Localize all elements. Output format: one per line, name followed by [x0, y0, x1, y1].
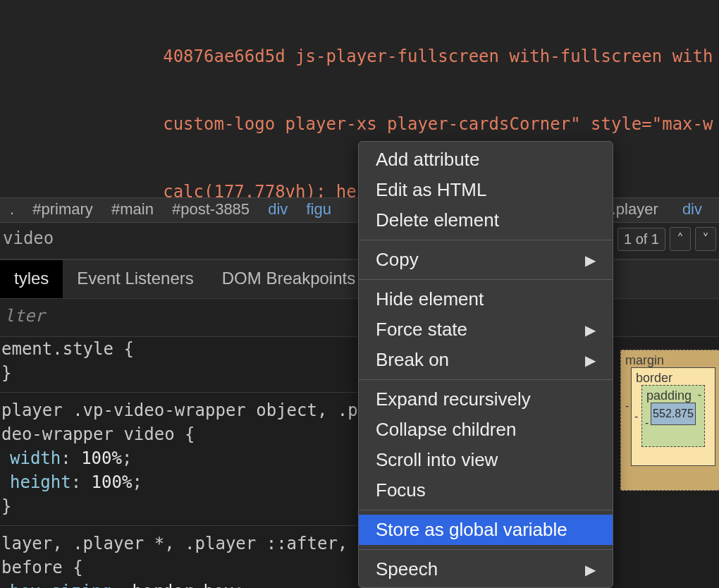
menu-focus[interactable]: Focus	[359, 475, 613, 506]
box-padding-label: padding	[646, 388, 692, 403]
box-margin-label: margin	[625, 353, 664, 368]
breadcrumb-item[interactable]: #primary	[32, 200, 93, 218]
tab-dom-breakpoints[interactable]: DOM Breakpoints	[208, 260, 369, 298]
submenu-arrow-icon: ▶	[585, 252, 596, 269]
breadcrumb-item[interactable]: #post-3885	[172, 200, 250, 218]
submenu-arrow-icon: ▶	[585, 561, 596, 578]
search-next-button[interactable]: ˅	[695, 227, 716, 251]
breadcrumb-item[interactable]: div	[682, 200, 702, 218]
tab-event-listeners[interactable]: Event Listeners	[63, 260, 207, 298]
tab-styles[interactable]: tyles	[0, 260, 63, 298]
src-line[interactable]: custom-logo player-xs player-cardsCorner…	[0, 113, 719, 135]
menu-delete-element[interactable]: Delete element	[359, 205, 613, 235]
breadcrumb-item[interactable]: div	[268, 200, 288, 218]
box-model[interactable]: margin - border - padding - - 552.875	[620, 350, 719, 498]
menu-separator	[359, 379, 613, 380]
menu-store-as-global[interactable]: Store as global variable	[359, 515, 613, 545]
breadcrumb-item[interactable]: figu	[306, 200, 331, 218]
menu-add-attribute[interactable]: Add attribute	[359, 145, 613, 175]
submenu-arrow-icon: ▶	[585, 352, 596, 369]
breadcrumb-item[interactable]: #main	[111, 200, 154, 218]
menu-separator	[359, 279, 613, 280]
breadcrumb-item[interactable]: .	[10, 200, 14, 218]
src-line[interactable]: 40876ae66d5d js-player-fullscreen with-f…	[0, 45, 719, 68]
box-border-label: border	[636, 371, 672, 386]
menu-hide-element[interactable]: Hide element	[359, 284, 613, 314]
search-count: 1 of 1	[617, 228, 665, 251]
menu-expand-recursively[interactable]: Expand recursively	[359, 384, 613, 415]
chevron-up-icon: ˄	[677, 231, 684, 247]
menu-speech[interactable]: Speech▶	[359, 554, 613, 584]
menu-scroll-into-view[interactable]: Scroll into view	[359, 445, 613, 475]
menu-edit-as-html[interactable]: Edit as HTML	[359, 175, 613, 205]
menu-collapse-children[interactable]: Collapse children	[359, 415, 613, 445]
breadcrumb-item[interactable]: .player	[612, 200, 658, 218]
menu-separator	[359, 240, 613, 240]
submenu-arrow-icon: ▶	[585, 321, 596, 338]
menu-separator	[359, 510, 613, 510]
menu-break-on[interactable]: Break on▶	[359, 345, 613, 375]
box-content-size: 552.875	[651, 403, 696, 425]
context-menu: Add attribute Edit as HTML Delete elemen…	[358, 141, 613, 588]
chevron-down-icon: ˅	[702, 231, 709, 247]
search-prev-button[interactable]: ˄	[670, 227, 691, 251]
menu-separator	[359, 549, 613, 550]
menu-copy[interactable]: Copy▶	[359, 245, 613, 275]
menu-force-state[interactable]: Force state▶	[359, 314, 613, 345]
